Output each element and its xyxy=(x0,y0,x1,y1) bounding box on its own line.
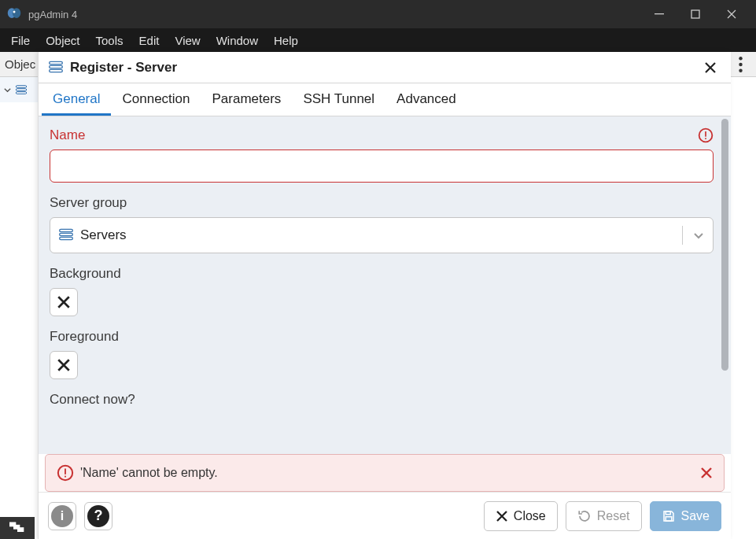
server-group-icon xyxy=(58,227,74,243)
svg-rect-3 xyxy=(655,13,664,14)
server-group-value: Servers xyxy=(80,227,127,243)
tab-parameters[interactable]: Parameters xyxy=(201,83,293,116)
svg-point-2 xyxy=(13,11,16,13)
close-icon xyxy=(700,467,713,479)
error-banner-close-button[interactable] xyxy=(700,467,713,479)
object-tree xyxy=(0,77,38,102)
window-title: pgAdmin 4 xyxy=(28,9,77,20)
svg-rect-15 xyxy=(705,131,706,137)
save-icon xyxy=(662,509,676,523)
register-server-dialog: Register - Server General Connection Par… xyxy=(38,52,731,539)
close-icon xyxy=(57,358,71,372)
window-minimize-button[interactable] xyxy=(641,0,677,28)
window-titlebar: pgAdmin 4 xyxy=(0,0,756,28)
app-icon xyxy=(6,6,22,22)
save-button-label: Save xyxy=(681,509,710,523)
svg-rect-23 xyxy=(666,511,670,515)
connect-now-label: Connect now? xyxy=(50,392,135,408)
svg-point-1 xyxy=(13,8,21,18)
svg-rect-24 xyxy=(666,516,672,520)
process-watcher-button[interactable] xyxy=(0,517,35,539)
dialog-header: Register - Server xyxy=(39,52,731,83)
chevron-down-icon xyxy=(692,229,705,242)
svg-point-10 xyxy=(739,69,742,72)
error-icon xyxy=(698,127,714,143)
close-icon xyxy=(704,61,717,74)
server-group-icon xyxy=(15,84,28,95)
process-icon xyxy=(9,522,25,534)
svg-rect-5 xyxy=(16,86,26,88)
error-banner-text: 'Name' cannot be empty. xyxy=(80,466,218,480)
select-separator xyxy=(682,226,683,245)
foreground-label: Foreground xyxy=(50,329,119,345)
background-clear-button[interactable] xyxy=(50,288,78,316)
svg-rect-17 xyxy=(60,229,73,231)
close-button[interactable]: Close xyxy=(484,501,558,531)
svg-rect-11 xyxy=(50,61,63,64)
help-icon: ? xyxy=(87,505,109,527)
save-button[interactable]: Save xyxy=(650,501,721,531)
svg-rect-7 xyxy=(16,92,26,94)
close-icon xyxy=(496,510,508,522)
close-icon xyxy=(57,295,71,309)
dialog-footer: i ? Close Reset Save xyxy=(39,492,731,539)
tab-general[interactable]: General xyxy=(42,83,111,116)
svg-rect-18 xyxy=(60,233,73,235)
error-banner: 'Name' cannot be empty. xyxy=(45,454,725,492)
svg-rect-27 xyxy=(17,527,24,532)
sql-info-button[interactable]: i xyxy=(48,502,76,530)
tab-ssh-tunnel[interactable]: SSH Tunnel xyxy=(292,83,385,116)
error-icon xyxy=(57,464,74,482)
svg-rect-4 xyxy=(691,10,699,18)
server-icon xyxy=(48,60,64,76)
info-icon: i xyxy=(51,505,73,527)
server-group-select[interactable]: Servers xyxy=(50,217,714,253)
name-label: Name xyxy=(50,127,85,143)
help-button[interactable]: ? xyxy=(84,502,112,530)
kebab-menu-button[interactable] xyxy=(728,52,753,77)
svg-rect-6 xyxy=(16,89,26,91)
name-input[interactable] xyxy=(50,150,714,183)
svg-rect-12 xyxy=(50,65,63,68)
menu-file[interactable]: File xyxy=(3,31,38,50)
dialog-close-button[interactable] xyxy=(699,57,721,79)
reset-button[interactable]: Reset xyxy=(566,501,642,531)
menu-object[interactable]: Object xyxy=(38,31,87,50)
menu-view[interactable]: View xyxy=(167,31,208,50)
menu-window[interactable]: Window xyxy=(208,31,266,50)
menu-edit[interactable]: Edit xyxy=(131,31,168,50)
scrollbar[interactable] xyxy=(721,119,728,371)
tab-connection[interactable]: Connection xyxy=(111,83,201,116)
tab-advanced[interactable]: Advanced xyxy=(385,83,467,116)
menu-help[interactable]: Help xyxy=(266,31,306,50)
dialog-tabs: General Connection Parameters SSH Tunnel… xyxy=(39,83,731,116)
reset-button-label: Reset xyxy=(597,509,630,523)
tree-node-servers[interactable] xyxy=(2,82,36,98)
svg-rect-16 xyxy=(705,138,706,139)
dialog-title: Register - Server xyxy=(70,60,177,76)
svg-rect-13 xyxy=(50,69,63,72)
svg-rect-22 xyxy=(65,476,66,478)
window-close-button[interactable] xyxy=(714,0,750,28)
menu-tools[interactable]: Tools xyxy=(88,31,131,50)
svg-point-8 xyxy=(739,57,742,60)
server-group-label: Server group xyxy=(50,195,127,211)
browser-tab-label: Objec xyxy=(5,57,35,71)
chevron-down-icon xyxy=(3,86,12,94)
svg-rect-21 xyxy=(65,469,66,474)
svg-rect-19 xyxy=(60,237,73,239)
dialog-form: Name Server group Servers xyxy=(39,116,731,454)
window-maximize-button[interactable] xyxy=(677,0,714,28)
foreground-clear-button[interactable] xyxy=(50,351,78,379)
menubar: File Object Tools Edit View Window Help xyxy=(0,28,756,52)
reset-icon xyxy=(577,509,592,523)
svg-point-9 xyxy=(739,63,742,66)
background-label: Background xyxy=(50,266,121,282)
close-button-label: Close xyxy=(514,509,546,523)
